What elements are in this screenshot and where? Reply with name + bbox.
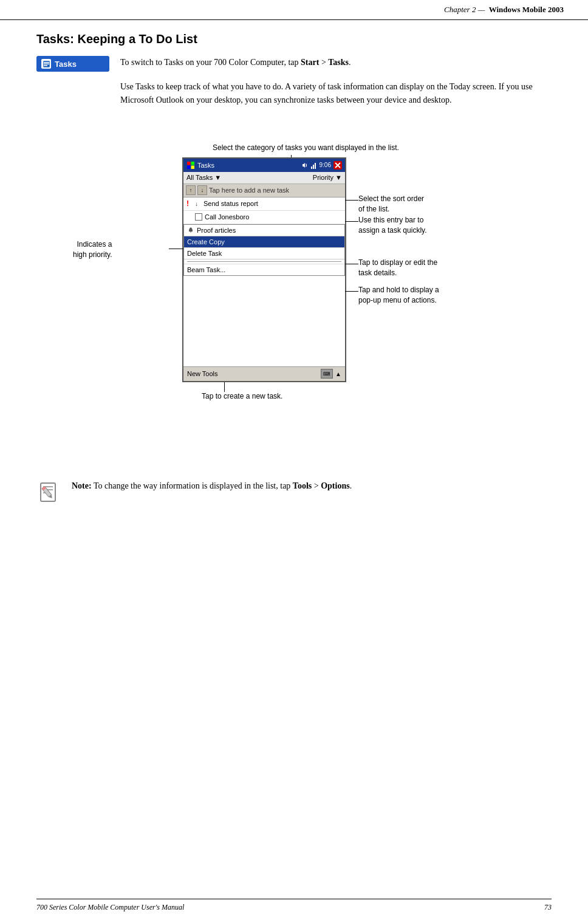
context-menu-item-1[interactable]: Proof articles — [184, 225, 344, 236]
entry-bar-down-btn[interactable]: ↓ — [197, 185, 207, 195]
line-entry-h — [345, 221, 358, 222]
svg-rect-2 — [44, 63, 49, 64]
intro-row: Tasks To switch to Tasks on your 700 Col… — [36, 56, 552, 72]
tasks-badge-icon — [41, 59, 51, 69]
close-icon[interactable] — [333, 161, 342, 170]
svg-rect-9 — [311, 166, 312, 169]
task-text-1: Send status report — [203, 200, 258, 207]
intro-paragraph-2: Use Tasks to keep track of what you have… — [120, 80, 552, 108]
svg-rect-5 — [191, 162, 195, 165]
sort-icon-1: ↓ — [195, 201, 201, 207]
task-item-1: ! ↓ Send status report — [183, 197, 345, 211]
windows-logo-icon — [186, 161, 195, 170]
note-icon — [36, 479, 63, 506]
annotation-new-task: Tap to create a new task. — [202, 391, 282, 402]
note-box: Note: To change the way information is d… — [36, 479, 552, 506]
annotation-tap-edit: Tap to display or edit thetask details. — [358, 258, 437, 278]
page-header: Chapter 2 — Windows Mobile 2003 — [0, 0, 588, 20]
entry-bar-text: Tap here to add a new task — [209, 187, 343, 194]
tasks-badge-svg — [43, 60, 50, 68]
keyboard-icon[interactable]: ⌨ — [321, 369, 333, 379]
context-menu: Proof articles Create Copy Delete Task B… — [183, 224, 345, 276]
speaker-icon — [301, 162, 309, 169]
diagram-container: Select the category of tasks you want di… — [36, 121, 552, 461]
line-sort-h — [345, 200, 358, 201]
svg-marker-8 — [303, 163, 305, 168]
filter-left[interactable]: All Tasks ▼ — [186, 174, 221, 181]
annotation-category: Select the category of tasks you want di… — [213, 143, 399, 153]
tasks-badge: Tasks — [36, 56, 109, 72]
line-popup-h — [345, 291, 358, 292]
annotation-sort: Select the sort orderof the list. — [358, 194, 424, 214]
entry-bar-up-btn[interactable]: ↑ — [186, 185, 196, 195]
context-menu-item-5[interactable]: Beam Task... — [184, 264, 344, 275]
device-filter-bar: All Tasks ▼ Priority ▼ — [183, 172, 345, 184]
signal-icon — [311, 162, 317, 169]
task-checkbox-2[interactable] — [195, 213, 202, 221]
device-task-list: ! ↓ Send status report ! Call Jonesboro — [183, 197, 345, 276]
footer-right: 73 — [544, 903, 552, 912]
svg-rect-11 — [315, 163, 316, 169]
device-screen: Tasks 9:06 — [182, 157, 346, 382]
header-text: Chapter 2 — Windows Mobile 2003 — [444, 5, 564, 15]
titlebar-left: Tasks — [186, 161, 214, 170]
line-priority-h — [169, 249, 183, 249]
svg-rect-4 — [187, 162, 191, 165]
task-text-2: Call Jonesboro — [205, 213, 249, 221]
titlebar-time: 9:06 — [320, 162, 331, 168]
context-menu-item-2[interactable]: Create Copy — [184, 236, 344, 248]
annotation-entry-bar: Use this entry bar toassign a task quick… — [358, 215, 427, 236]
context-menu-item-4[interactable] — [184, 259, 344, 264]
device-titlebar: Tasks 9:06 — [183, 159, 345, 172]
titlebar-right: 9:06 — [301, 161, 342, 170]
badge-label: Tasks — [55, 60, 77, 69]
line-tap-edit-h — [345, 264, 358, 264]
line-newtask-v — [224, 382, 225, 392]
annotation-high-priority: Indicates ahigh priority. — [73, 239, 112, 260]
svg-rect-10 — [313, 165, 314, 169]
priority-icon-1: ! — [186, 199, 193, 208]
annotation-popup: Tap and hold to display apop-up menu of … — [358, 285, 439, 306]
bell-icon — [187, 227, 194, 234]
svg-rect-3 — [44, 65, 47, 66]
device-taskbar: New Tools ⌨ ▲ — [183, 366, 345, 381]
svg-rect-6 — [187, 165, 191, 169]
context-menu-item-3[interactable]: Delete Task — [184, 248, 344, 259]
titlebar-title: Tasks — [197, 162, 214, 169]
task-item-2: ! Call Jonesboro — [183, 211, 345, 224]
note-text: Note: To change the way information is d… — [72, 479, 552, 493]
svg-rect-1 — [44, 62, 49, 63]
taskbar-left[interactable]: New Tools — [187, 370, 218, 377]
footer-left: 700 Series Color Mobile Computer User's … — [36, 903, 184, 912]
svg-rect-7 — [191, 165, 195, 169]
filter-right[interactable]: Priority ▼ — [313, 174, 342, 181]
taskbar-right: ⌨ ▲ — [321, 369, 341, 379]
section-title: Tasks: Keeping a To Do List — [36, 32, 552, 46]
priority-icon-2: ! — [186, 213, 193, 221]
device-entry-bar[interactable]: ↑ ↓ Tap here to add a new task — [183, 184, 345, 197]
page-footer: 700 Series Color Mobile Computer User's … — [36, 899, 552, 912]
main-content: Tasks: Keeping a To Do List Tasks To swi… — [0, 20, 588, 543]
pencil-note-icon — [38, 481, 62, 505]
intro-paragraph-1: To switch to Tasks on your 700 Color Com… — [120, 56, 552, 69]
